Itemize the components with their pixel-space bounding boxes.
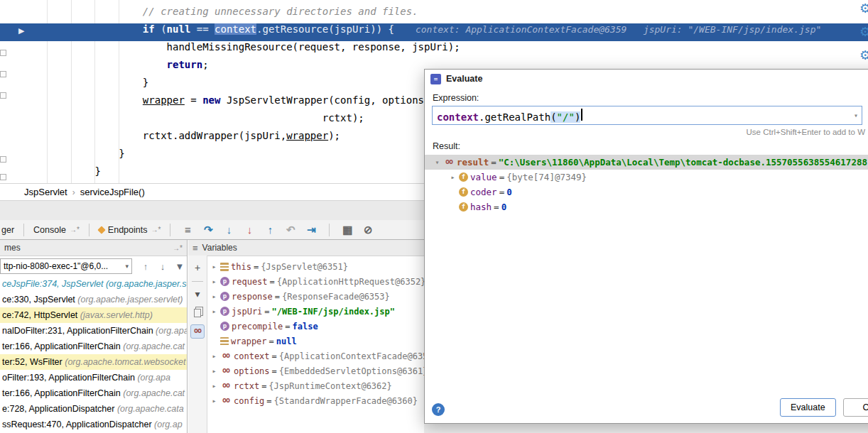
expand-chevron-icon[interactable]: ▸ [210,352,218,360]
result-row[interactable]: fcoder = 0 [425,185,868,199]
step-out-icon[interactable]: ↑ [263,224,277,236]
stack-frame[interactable]: nalDoFilter:231, ApplicationFilterChain … [0,323,187,339]
stack-frame[interactable]: ter:52, WsFilter (org.apache.tomcat.webs… [0,354,187,370]
toolbar-separator [170,224,170,236]
frame-package: (javax.servlet.http) [80,310,153,320]
mute-breakpoints-icon[interactable]: ⊘ [361,224,375,236]
frame-package: (org.apache.cat [123,388,185,398]
step-up-icon[interactable]: ↑ [139,261,152,272]
expression-text: context.getRealPath("/") [437,109,582,123]
variable-row[interactable]: wrapper = null [207,334,424,349]
expand-chevron-icon[interactable]: ▸ [210,292,218,300]
stack-frame[interactable]: ter:166, ApplicationFilterChain (org.apa… [0,339,187,354]
tab-debugger[interactable]: ger [0,220,19,239]
menu-icon[interactable]: ≡ [192,243,198,253]
variable-name: jspUri [232,307,262,317]
expand-chevron-icon[interactable]: ▸ [210,263,218,270]
watches-toolbar-icons: +▾oo [190,256,205,339]
thread-name: ttp-nio-8080-exec-1"@6,0... [4,261,125,271]
filter-icon[interactable]: ▼ [173,261,186,272]
close-button[interactable]: Clo [843,398,868,417]
step-into-icon[interactable]: ↓ [222,224,236,236]
help-button[interactable]: ? [432,403,445,416]
expand-chevron-icon[interactable]: ▸ [210,382,218,390]
stack-frame[interactable]: ce:330, JspServlet (org.apache.jasper.se… [0,292,187,307]
variable-name: rctxt [234,381,259,391]
add-button[interactable]: + [191,261,204,274]
gear-icon[interactable]: ⚙ [859,48,868,62]
drop-frame-icon[interactable]: ↶ [283,224,298,236]
fold-marker[interactable] [0,92,6,99]
stack-frame[interactable]: ceJspFile:374, JspServlet (org.apache.ja… [0,276,187,292]
chevron-down-icon[interactable]: ▾ [854,111,858,119]
variable-row[interactable]: pprecompile = false [207,319,424,334]
result-row[interactable]: fhash = 0 [425,199,868,214]
menu-icon[interactable]: ≡ [180,224,195,236]
step-over-icon[interactable]: ↷ [201,224,215,236]
evaluate-button[interactable]: Evaluate [780,398,836,417]
breadcrumb-item-class[interactable]: JspServlet [24,187,67,197]
variable-row[interactable]: ▸oorctxt = {JspRuntimeContext@6362} [207,378,424,393]
expand-chevron-icon[interactable]: ▸ [210,307,218,315]
copy-button[interactable] [191,306,204,319]
code-token: new [202,94,227,106]
expand-chevron-icon[interactable]: ▾ [433,158,441,166]
variable-value: {ResponseFacade@6353} [282,292,390,302]
result-label: Result: [433,141,868,151]
variable-row[interactable]: ▸prequest = {ApplicationHttpRequest@6352… [207,274,424,289]
stack-frame[interactable]: e:728, ApplicationDispatcher (org.apache… [0,401,187,417]
variable-row[interactable]: ▸ooconfig = {StandardWrapperFacade@6360} [207,393,424,408]
variable-row[interactable]: ▸this = {JspServlet@6351} [207,259,424,274]
frame-package: (org.apa [156,326,187,336]
tab-jump-icon: →* [70,226,80,234]
frame-package: (org.apache.jasper.se [106,279,187,289]
variable-row[interactable]: ▸pjspUri = "/WEB-INF/jsp/index.jsp" [207,304,424,319]
fold-marker[interactable] [0,174,6,180]
fold-marker[interactable] [0,71,6,77]
run-to-cursor-icon[interactable]: ⇥ [304,224,318,236]
result-row[interactable]: ▾ooresult = "C:\Users\11860\AppData\Loca… [425,155,868,170]
tab-console[interactable]: Console →* [28,220,85,239]
execution-point-arrow-icon: ▶ [18,26,24,35]
code-token: } [94,165,100,177]
force-step-into-icon[interactable]: ↓ [242,224,256,236]
scroll-down-button[interactable]: ▾ [191,287,204,300]
code-token: wrapper [143,94,185,106]
variable-name: context [234,351,270,361]
expression-input[interactable]: context.getRealPath("/") ▾ [432,106,862,125]
expand-chevron-icon[interactable]: ▸ [210,367,218,375]
tab-endpoints[interactable]: Endpoints →* [94,220,166,239]
variable-name: wrapper [231,336,267,346]
thread-dropdown[interactable]: ttp-nio-8080-exec-1"@6,0... ▾ [0,258,132,274]
view-breakpoints-icon[interactable]: ▦ [340,224,354,236]
gear-icon[interactable]: ⚙ [859,1,868,16]
variable-name: this [231,262,251,272]
breadcrumb-item-method[interactable]: serviceJspFile() [80,187,145,197]
watches-toggle-button[interactable]: oo [190,324,205,339]
stepping-actions: ≡↷↓↓↑↶⇥▦⊘ [180,224,375,236]
expression-token: context [437,111,479,123]
stack-frame[interactable]: ssRequest:470, ApplicationDispatcher (or… [0,417,187,432]
fold-marker[interactable] [0,50,6,56]
step-down-icon[interactable]: ↓ [156,261,169,272]
expand-chevron-icon[interactable]: ▸ [210,397,218,405]
variable-row[interactable]: ▸oocontext = {ApplicationContextFacade@6… [207,349,424,363]
stack-frame[interactable]: ter:166, ApplicationFilterChain (org.apa… [0,385,187,401]
variable-row[interactable]: ▸presponse = {ResponseFacade@6353} [207,289,424,304]
variable-value: {StandardWrapperFacade@6360} [274,396,418,406]
stack-frame[interactable]: ce:742, HttpServlet (javax.servlet.http) [0,307,187,323]
result-row[interactable]: ▸fvalue = {byte[74]@7349} [425,170,868,185]
toolbar-separator [329,224,330,236]
execution-line: if (null == context.getResource(jspUri))… [0,23,868,41]
expand-chevron-icon[interactable]: ▸ [210,278,218,285]
code-token: = [185,94,202,106]
stack-frame[interactable]: oFilter:193, ApplicationFilterChain (org… [0,370,187,385]
frame-location: ter:166, ApplicationFilterChain [2,341,123,351]
fold-marker[interactable] [0,156,6,163]
gear-icon[interactable]: ⚙ [859,25,868,39]
variable-row[interactable]: ▸oooptions = {EmbeddedServletOptions@636… [207,363,424,378]
frame-package: (org.apache.tomcat.websocket [65,357,185,367]
dialog-title-bar: = Evaluate [425,70,868,88]
frame-location: e:728, ApplicationDispatcher [2,404,117,414]
expand-chevron-icon[interactable]: ▸ [449,173,457,181]
